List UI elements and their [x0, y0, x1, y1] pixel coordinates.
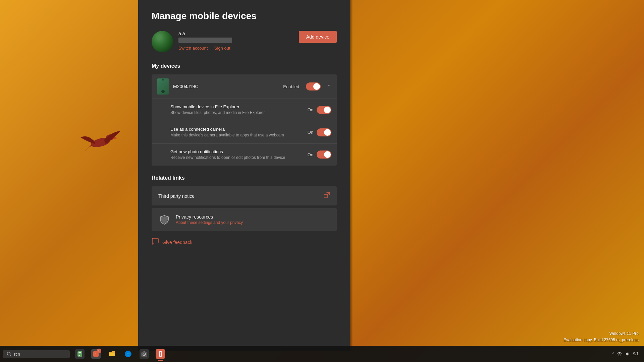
- svg-rect-10: [78, 352, 81, 353]
- photo-notifications-setting-row: Get new photo notifications Receive new …: [152, 143, 337, 166]
- device-enabled-label: Enabled: [283, 84, 299, 89]
- switch-account-link[interactable]: Switch account: [178, 46, 208, 51]
- privacy-subtitle: About these settings and your privacy: [176, 220, 243, 225]
- taskbar: rch ! 1: [0, 346, 644, 362]
- security-app-icon: [75, 349, 85, 359]
- photo-notifications-status: On: [308, 152, 313, 157]
- user-info: a a Switch account | Sign out: [152, 31, 232, 52]
- volume-icon: [625, 351, 630, 357]
- edge-browser-icon: [123, 349, 133, 359]
- file-explorer-toggle[interactable]: [317, 106, 331, 114]
- taskbar-app-edge[interactable]: [121, 347, 136, 361]
- svg-point-22: [619, 356, 620, 356]
- wifi-icon: [617, 351, 622, 357]
- photo-notifications-toggle-area: On: [308, 150, 331, 159]
- user-account-links: Switch account | Sign out: [178, 46, 232, 51]
- taskbar-app-file-explorer[interactable]: [105, 347, 119, 361]
- photo-notifications-desc: Receive new notifications to open or edi…: [170, 155, 308, 161]
- user-details: a a Switch account | Sign out: [178, 31, 232, 51]
- my-devices-header: My devices: [152, 63, 337, 69]
- connected-camera-toggle[interactable]: [317, 128, 331, 136]
- privacy-resources-card[interactable]: Privacy resources About these settings a…: [152, 208, 337, 231]
- user-name: a a: [178, 31, 232, 36]
- photo-notifications-toggle[interactable]: [317, 150, 331, 159]
- watermark-line1: Windows 11 Pro: [564, 330, 639, 337]
- device-name: M2004J19C: [173, 84, 279, 89]
- svg-line-4: [327, 192, 329, 195]
- device-settings-list: Show mobile device in File Explorer Show…: [152, 99, 337, 166]
- privacy-content: Privacy resources About these settings a…: [176, 214, 243, 225]
- svg-rect-12: [78, 355, 80, 356]
- related-links-header: Related links: [152, 175, 337, 181]
- toggle-thumb: [324, 129, 331, 136]
- sign-out-link[interactable]: Sign out: [214, 46, 230, 51]
- avatar: [152, 31, 173, 52]
- chevron-up-icon[interactable]: ⌃: [327, 84, 331, 89]
- device-header-row: M2004J19C Enabled ⌃: [152, 74, 337, 99]
- taskbar-right: ^ 9/1: [612, 351, 641, 357]
- connected-camera-setting-content: Use as a connected camera Make this devi…: [170, 127, 308, 138]
- connected-camera-setting-row: Use as a connected camera Make this devi…: [152, 121, 337, 143]
- file-explorer-setting-desc: Show device files, photos, and media in …: [170, 110, 308, 116]
- avatar-image: [152, 31, 173, 52]
- feedback-icon: [152, 238, 159, 247]
- third-party-notice-text: Third party notice: [158, 193, 323, 199]
- file-explorer-toggle-area: On: [308, 106, 331, 114]
- panel-shadow: [350, 0, 353, 351]
- connected-camera-title: Use as a connected camera: [170, 127, 308, 132]
- toggle-thumb: [324, 107, 331, 113]
- give-feedback-link[interactable]: Give feedback: [152, 238, 337, 247]
- file-explorer-status: On: [308, 107, 313, 112]
- taskbar-time: 9/1: [633, 352, 639, 356]
- taskbar-app-notifications[interactable]: ! 1: [89, 347, 103, 361]
- page-title: Manage mobile devices: [152, 11, 337, 21]
- toggle-thumb: [313, 83, 320, 90]
- bird-decoration: [77, 127, 124, 156]
- svg-point-18: [144, 354, 145, 355]
- taskbar-app-security[interactable]: [72, 347, 87, 361]
- watermark-line2: Evaluation copy. Build 27695.rs_prerelea…: [564, 337, 639, 343]
- file-explorer-setting-content: Show mobile device in File Explorer Show…: [170, 104, 308, 116]
- related-links-section: Related links Third party notice: [152, 175, 337, 231]
- taskbar-search[interactable]: rch: [3, 350, 70, 358]
- photo-notifications-title: Get new photo notifications: [170, 149, 308, 154]
- taskbar-search-text: rch: [14, 352, 20, 357]
- device-card: M2004J19C Enabled ⌃ Show mobile device i…: [152, 74, 337, 166]
- external-link-icon: [323, 192, 330, 200]
- link-separator: |: [210, 46, 211, 51]
- feedback-text: Give feedback: [162, 240, 193, 245]
- privacy-title: Privacy resources: [176, 214, 243, 220]
- toggle-thumb: [324, 151, 331, 158]
- privacy-shield-icon: [158, 214, 170, 226]
- camera-app-icon: [140, 349, 149, 359]
- third-party-notice-card[interactable]: Third party notice: [152, 186, 337, 205]
- svg-line-8: [10, 355, 11, 356]
- svg-point-21: [160, 355, 161, 356]
- user-email-bar: [178, 38, 232, 43]
- svg-text:!: !: [95, 352, 96, 356]
- taskbar-apps: ! 1: [72, 347, 168, 361]
- connected-camera-status: On: [308, 130, 313, 135]
- search-icon: [7, 352, 11, 356]
- notification-badge: 1: [97, 349, 101, 353]
- settings-panel: Manage mobile devices a a Switch account…: [138, 0, 350, 351]
- file-explorer-setting-title: Show mobile device in File Explorer: [170, 104, 308, 109]
- taskbar-app-camera[interactable]: [137, 347, 152, 361]
- file-explorer-setting-row: Show mobile device in File Explorer Show…: [152, 99, 337, 121]
- taskbar-chevron[interactable]: ^: [612, 352, 614, 356]
- my-devices-section: My devices M2004J19C Enabled ⌃ Show mobi…: [152, 63, 337, 166]
- photo-notifications-setting-content: Get new photo notifications Receive new …: [170, 149, 308, 161]
- device-enabled-toggle[interactable]: [306, 82, 321, 90]
- file-explorer-icon: [107, 349, 117, 359]
- svg-rect-20: [160, 352, 161, 355]
- manage-mobile-app-icon: [156, 349, 165, 359]
- connected-camera-desc: Make this device's camera available to a…: [170, 132, 308, 138]
- device-icon: [157, 78, 169, 95]
- taskbar-app-manage-mobile[interactable]: [153, 347, 168, 361]
- user-section: a a Switch account | Sign out Add device: [152, 31, 337, 52]
- windows-watermark: Windows 11 Pro Evaluation copy. Build 27…: [564, 330, 639, 343]
- add-device-button[interactable]: Add device: [299, 31, 337, 43]
- svg-rect-11: [78, 354, 81, 354]
- connected-camera-toggle-area: On: [308, 128, 331, 136]
